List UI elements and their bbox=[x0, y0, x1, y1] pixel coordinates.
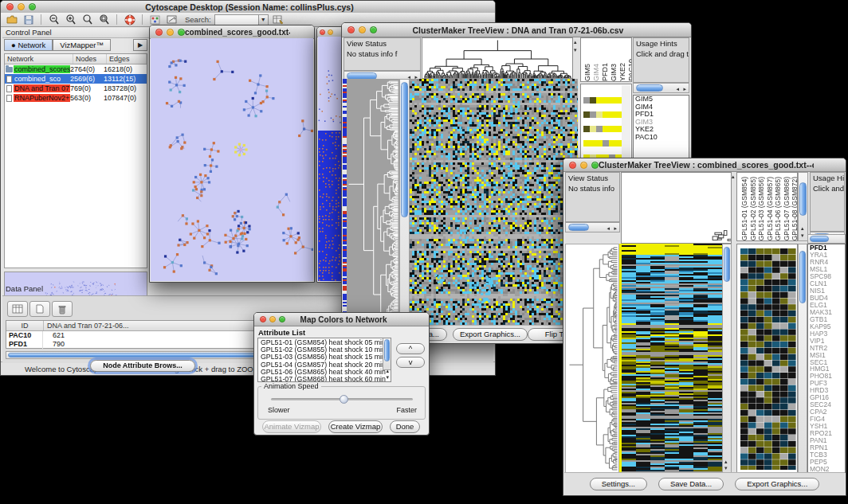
summary-cell[interactable] bbox=[615, 140, 622, 147]
node-attribute-browser-button[interactable]: Node Attribute Brows... bbox=[90, 360, 195, 372]
close-button[interactable] bbox=[155, 29, 163, 36]
tv2-labels-vscrollbar[interactable]: ▴ ▾ bbox=[798, 172, 808, 241]
vizmap-grid-icon[interactable] bbox=[148, 14, 162, 25]
network-table-row[interactable]: combined_scores2764(0)16218(0) bbox=[5, 64, 147, 74]
summary-cell[interactable] bbox=[609, 97, 615, 104]
summary-cell[interactable] bbox=[590, 97, 596, 104]
summary-cell[interactable] bbox=[590, 140, 596, 147]
network-canvas[interactable] bbox=[151, 38, 313, 281]
tv1-button[interactable]: Export Graphics... bbox=[453, 328, 528, 341]
window-controls[interactable] bbox=[6, 3, 36, 10]
summary-cell[interactable] bbox=[615, 97, 622, 104]
attribute-list[interactable]: GPL51-01 (GSM854) heat shock 05 minGPL51… bbox=[257, 338, 391, 382]
close-button[interactable] bbox=[347, 26, 355, 33]
open-folder-icon[interactable] bbox=[5, 14, 18, 25]
summary-cell[interactable] bbox=[590, 126, 596, 132]
summary-cell[interactable] bbox=[615, 111, 622, 118]
attribute-table-icon[interactable] bbox=[272, 14, 285, 25]
minimize-button[interactable] bbox=[580, 162, 587, 169]
summary-cell[interactable] bbox=[609, 111, 615, 118]
summary-cell[interactable] bbox=[596, 126, 603, 132]
slider-thumb[interactable] bbox=[340, 395, 348, 404]
summary-cell[interactable] bbox=[603, 126, 609, 132]
annotation-icon[interactable] bbox=[165, 14, 179, 25]
search-input[interactable]: ▼ bbox=[214, 14, 269, 25]
tab-vizmapper[interactable]: VizMapper™ bbox=[53, 39, 111, 51]
summary-cell[interactable] bbox=[615, 126, 622, 132]
summary-cell[interactable] bbox=[583, 140, 590, 147]
close-button[interactable] bbox=[260, 316, 266, 322]
treeview2-titlebar[interactable]: ClusterMaker TreeView : combined_scores_… bbox=[563, 158, 846, 172]
tv1-usage-hscrollbar[interactable]: ◂ ▸ bbox=[633, 83, 689, 93]
summary-cell[interactable] bbox=[603, 111, 609, 118]
summary-cell[interactable] bbox=[596, 97, 603, 104]
tv1-dendro-spinner[interactable]: ▴▾ bbox=[574, 37, 579, 79]
summary-cell[interactable] bbox=[596, 111, 603, 118]
zoom-button[interactable] bbox=[29, 3, 36, 10]
attribute-browser-table[interactable]: ID DNA and Tran 07-21-06... PAC10621PFD1… bbox=[6, 320, 277, 349]
minimize-button[interactable] bbox=[328, 29, 333, 35]
tv1-summary-heatmap[interactable] bbox=[583, 97, 622, 135]
data-panel-row[interactable]: PAC10621 bbox=[6, 331, 276, 340]
tv1-row-dendrogram[interactable] bbox=[347, 79, 399, 326]
move-up-button[interactable]: ^ bbox=[396, 343, 425, 354]
tv1-gene-item[interactable]: PAC10 bbox=[634, 134, 689, 142]
main-titlebar[interactable]: Cytoscape Desktop (Session Name: collins… bbox=[1, 1, 495, 14]
animation-speed-slider[interactable] bbox=[271, 398, 413, 400]
list-scroll-up[interactable]: ▴ bbox=[386, 368, 389, 373]
zoom-button[interactable] bbox=[178, 29, 185, 36]
summary-cell[interactable] bbox=[583, 97, 590, 104]
dialog-button-animate-vizmap[interactable]: Animate Vizmap bbox=[262, 420, 321, 433]
summary-cell[interactable] bbox=[583, 126, 590, 132]
network-table-header[interactable]: Network Nodes Edges bbox=[5, 54, 147, 64]
summary-cell[interactable] bbox=[603, 140, 609, 147]
tv2-genes-vscrollbar[interactable] bbox=[798, 244, 807, 473]
tv2-column-dendrogram[interactable] bbox=[621, 172, 732, 244]
col-nodes[interactable]: Nodes bbox=[73, 54, 107, 64]
network-table-row[interactable]: RNAPuberNov2+563(0)107847(0) bbox=[5, 93, 147, 103]
data-panel-row[interactable]: PFD1790 bbox=[6, 340, 276, 349]
tv2-button[interactable]: Settings... bbox=[590, 478, 647, 490]
dialog-button-done[interactable]: Done bbox=[390, 420, 420, 433]
zoom-button[interactable] bbox=[279, 316, 285, 322]
summary-cell[interactable] bbox=[609, 140, 615, 147]
zoom-fit-icon[interactable] bbox=[80, 14, 94, 25]
zoom-button[interactable] bbox=[370, 26, 377, 33]
close-button[interactable] bbox=[6, 3, 14, 10]
tv2-vscrollbar[interactable]: ▴ ▾ bbox=[722, 244, 732, 473]
tv1-column-dendrogram[interactable] bbox=[422, 37, 573, 79]
tv1-heatmap[interactable] bbox=[410, 79, 578, 326]
col-network[interactable]: Network bbox=[5, 54, 73, 64]
tv1-vscrollbar[interactable]: ▴ ▾ bbox=[399, 79, 410, 326]
dialog-titlebar[interactable]: Map Colors to Network bbox=[254, 313, 429, 326]
tab-network[interactable]: ● Network bbox=[4, 39, 53, 51]
col-edges[interactable]: Edges bbox=[107, 54, 147, 64]
tv2-row-dendrogram[interactable] bbox=[565, 244, 619, 473]
dialog-button-create-vizmap[interactable]: Create Vizmap bbox=[328, 420, 383, 433]
dp-col-id[interactable]: ID bbox=[6, 321, 44, 330]
minimize-button[interactable] bbox=[269, 316, 276, 322]
attribute-list-vscrollbar[interactable] bbox=[383, 338, 391, 370]
summary-cell[interactable] bbox=[603, 97, 609, 104]
zoom-selected-icon[interactable] bbox=[97, 14, 111, 25]
network-table-row[interactable]: combined_sco2569(6)13112(15) bbox=[5, 74, 147, 84]
summary-cell[interactable] bbox=[596, 140, 603, 147]
network-table-row[interactable]: DNA and Tran 07769(0)183728(0) bbox=[5, 84, 147, 93]
data-panel-hscrollbar[interactable] bbox=[6, 351, 273, 359]
list-scroll-down[interactable]: ▾ bbox=[386, 374, 389, 380]
zoom-out-icon[interactable] bbox=[47, 14, 61, 25]
tv2-button[interactable]: Export Graphics... bbox=[735, 478, 819, 490]
summary-cell[interactable] bbox=[590, 111, 596, 118]
network-view-titlebar[interactable]: combined_scores_good.txt--cluste... bbox=[150, 25, 314, 39]
tv2-gene-list[interactable]: PFD1YRA1RNR4MSL1SPC98CLN1NIS1BUD4ELG1MAK… bbox=[807, 244, 846, 473]
zoom-in-icon[interactable] bbox=[64, 14, 77, 25]
delete-attribute-icon[interactable] bbox=[52, 301, 73, 317]
tv2-zoom-heatmap-panel[interactable] bbox=[736, 244, 798, 473]
attribute-item[interactable]: GPL51-07 (GSM868) heat shock 60 min bbox=[259, 376, 382, 382]
minimize-button[interactable] bbox=[18, 3, 25, 10]
zoom-button[interactable] bbox=[591, 162, 599, 169]
search-dropdown-arrow[interactable]: ▼ bbox=[258, 15, 268, 25]
tv2-status-hscrollbar[interactable]: ◂ ▸ bbox=[565, 222, 620, 232]
new-attribute-icon[interactable] bbox=[29, 301, 50, 317]
close-button[interactable] bbox=[320, 29, 325, 35]
